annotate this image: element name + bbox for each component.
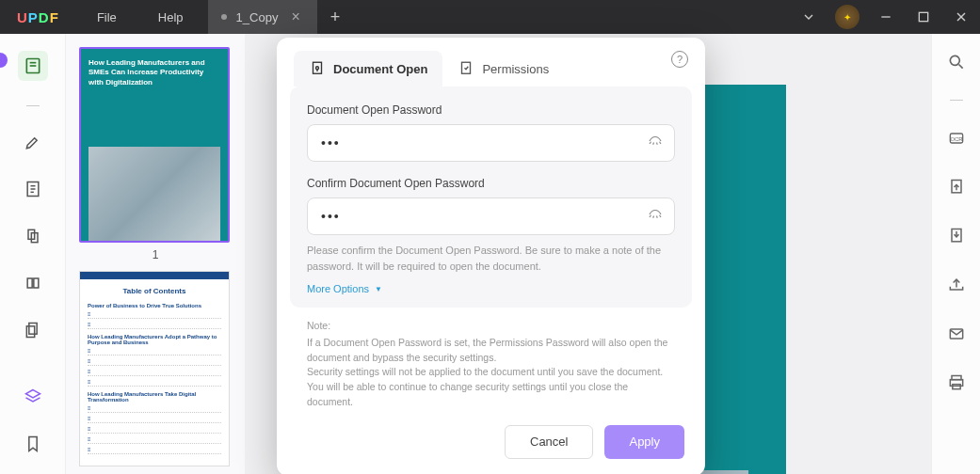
tab-document-open-label: Document Open [333,62,427,76]
svg-rect-34 [313,62,322,73]
tab-close-button[interactable]: × [287,8,303,25]
layers-icon[interactable] [22,386,44,408]
thumbnails-panel-button[interactable] [18,51,48,81]
helper-text: Please confirm the Document Open Passwor… [307,243,675,274]
document-open-icon [309,60,326,77]
search-icon[interactable] [945,51,968,73]
password-input[interactable] [307,124,675,162]
menu-help[interactable]: Help [137,0,204,34]
thumbnail-page-1[interactable]: How Leading Manufacturers and SMEs Can I… [79,47,232,261]
svg-line-43 [653,216,654,218]
ocr-icon[interactable]: OCR [945,127,968,150]
menu-file[interactable]: File [76,0,137,34]
apply-button[interactable]: Apply [604,425,684,459]
svg-line-42 [650,215,651,217]
minimize-button[interactable] [867,0,905,34]
toc-title: Table of Contents [88,287,221,295]
close-window-button[interactable] [942,0,980,34]
crop-tool-icon[interactable] [22,225,44,247]
svg-line-39 [653,143,654,145]
cancel-button[interactable]: Cancel [505,425,593,459]
new-tab-button[interactable]: + [317,8,354,27]
more-options-link[interactable]: More Options▼ [307,283,675,294]
organize-tool-icon[interactable] [22,272,44,294]
copy-tool-icon[interactable] [22,319,44,341]
sidebar-left [0,34,66,474]
import-page-icon[interactable] [945,225,968,247]
svg-marker-17 [25,390,40,398]
confirm-password-input[interactable] [307,198,675,235]
svg-line-41 [660,142,662,144]
svg-line-44 [657,216,658,218]
tab-permissions-label: Permissions [482,62,549,76]
svg-rect-15 [28,324,36,335]
tab-document-open[interactable]: Document Open [294,51,442,87]
sidebar-right: OCR [931,34,980,474]
print-icon[interactable] [945,371,968,394]
export-icon[interactable] [945,176,968,198]
highlighter-tool-icon[interactable] [22,131,44,153]
svg-rect-33 [952,385,959,389]
permissions-icon [458,60,474,77]
thumbnail-cover-title: How Leading Manufacturers and SMEs Can I… [81,49,228,97]
svg-rect-16 [26,326,34,338]
tab-modified-dot [221,14,227,20]
svg-line-22 [958,65,962,69]
svg-rect-14 [33,278,38,288]
thumbnail-panel: How Leading Manufacturers and SMEs Can I… [66,34,245,474]
dropdown-button[interactable] [790,0,827,34]
toggle-visibility-icon[interactable] [647,206,664,227]
divider [950,100,963,101]
maximize-button[interactable] [905,0,942,34]
thumbnail-page-number: 1 [79,248,232,261]
svg-rect-13 [27,278,32,288]
share-icon[interactable] [945,274,968,296]
help-button[interactable]: ? [671,51,688,68]
document-tab[interactable]: 1_Copy × [208,0,317,34]
svg-rect-1 [919,12,927,21]
thumbnail-page-2[interactable]: Table of Contents Power of Business to D… [79,271,232,466]
confirm-password-label: Confirm Document Open Password [307,177,675,190]
email-icon[interactable] [945,323,968,345]
chevron-down-icon: ▼ [375,285,382,293]
password-dialog: Document Open Permissions ? Document Ope… [277,38,705,474]
app-logo: UPDF [0,9,76,25]
toggle-visibility-icon[interactable] [647,133,664,153]
svg-rect-37 [462,62,471,73]
svg-line-40 [657,143,658,145]
svg-text:OCR: OCR [950,136,962,142]
divider [26,105,40,106]
tab-title: 1_Copy [236,10,279,24]
titlebar: UPDF File Help 1_Copy × + ✦ [0,0,980,34]
dialog-note: Note: If a Document Open Password is set… [277,308,705,419]
svg-line-38 [650,142,651,144]
password-label: Document Open Password [307,103,675,117]
award-badge-icon[interactable]: ✦ [835,5,860,29]
tab-permissions[interactable]: Permissions [442,51,564,87]
svg-line-45 [660,215,662,217]
svg-point-35 [316,67,319,70]
thumbnail-cover-image [88,147,220,241]
svg-point-21 [950,55,959,65]
page-tool-icon[interactable] [22,178,44,200]
bookmark-icon[interactable] [22,433,44,455]
